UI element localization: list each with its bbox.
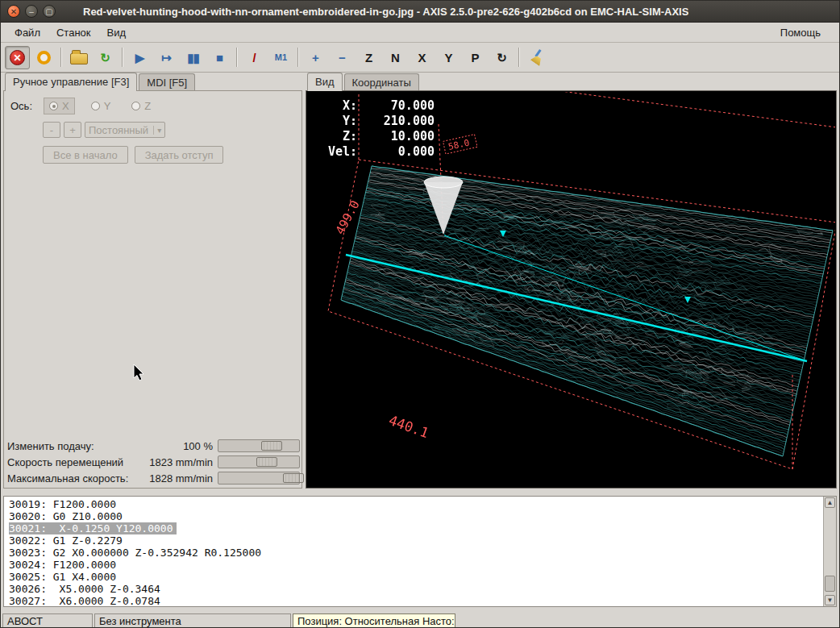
- tab-manual-control[interactable]: Ручное управление [F3]: [5, 73, 137, 91]
- reload-file-icon: ↻: [100, 52, 110, 64]
- open-file-button[interactable]: [66, 46, 91, 69]
- slider-row-1: Скорость перемещений1823 mm/min: [6, 454, 300, 470]
- left-tabs: Ручное управление [F3] MDI [F5]: [3, 73, 302, 91]
- zoom-out-icon: −: [339, 52, 346, 64]
- home-all-button[interactable]: Все в начало: [43, 146, 128, 164]
- toolbar-separator: [60, 48, 62, 67]
- axis-radio-z[interactable]: Z: [127, 98, 156, 114]
- open-file-icon: [70, 53, 88, 64]
- axis-y-label: Y: [104, 100, 111, 112]
- minimize-button[interactable]: –: [25, 5, 38, 18]
- slider[interactable]: [218, 439, 300, 452]
- run-program-icon: ▶: [135, 52, 145, 64]
- gcode-line-text: 30026: X5.0000 Z-0.3464: [9, 583, 164, 595]
- scroll-down-arrow-icon[interactable]: ▼: [825, 595, 835, 605]
- tab-mdi[interactable]: MDI [F5]: [139, 73, 195, 91]
- dro-value: 0.000: [357, 144, 435, 160]
- axis-radio-y[interactable]: Y: [86, 98, 116, 114]
- view-z-rotated-button[interactable]: N: [383, 46, 408, 69]
- view-y-icon: Y: [444, 52, 452, 64]
- dro-value: 10.000: [357, 129, 435, 144]
- clear-plot-button[interactable]: [524, 46, 549, 69]
- menu-item-0[interactable]: Файл: [9, 24, 46, 41]
- toggle-optional-pause-button[interactable]: M1: [268, 46, 293, 69]
- window-buttons: ✕ – ▢: [7, 5, 56, 18]
- tab-dro[interactable]: Координаты: [344, 73, 419, 91]
- gcode-line-text: 30019: F1200.0000: [9, 498, 119, 510]
- slider[interactable]: [218, 455, 300, 468]
- view-y-button[interactable]: Y: [436, 46, 461, 69]
- gcode-lines: 30019: F1200.000030020: G0 Z10.000030021…: [4, 497, 836, 607]
- pause-program-button[interactable]: ▮▮: [181, 46, 206, 69]
- machine-power-button[interactable]: [31, 46, 56, 69]
- manual-controls: Ось: X Y Z: [4, 91, 301, 437]
- position-info: Позиция: Относительная Насто:: [293, 613, 455, 628]
- tab-preview[interactable]: Вид: [307, 73, 343, 91]
- reload-file-button[interactable]: ↻: [93, 46, 118, 69]
- gcode-line[interactable]: 30024: F1200.0000: [9, 559, 820, 571]
- dro-value: 210.000: [357, 114, 435, 129]
- stop-program-icon: ■: [216, 52, 223, 64]
- gcode-line[interactable]: 30019: F1200.0000: [9, 498, 820, 510]
- rotate-view-button[interactable]: ↻: [489, 46, 514, 69]
- stop-program-button[interactable]: ■: [207, 46, 232, 69]
- gcode-line[interactable]: 30022: G1 Z-0.2279: [9, 534, 820, 547]
- machine-state: АВОСТ: [2, 613, 93, 628]
- gcode-line-text: 30027: X6.0000 Z-0.0784: [9, 595, 164, 607]
- gcode-line[interactable]: 30021: X-0.1250 Y120.0000: [9, 522, 820, 534]
- touch-off-button[interactable]: Задать отступ: [135, 146, 224, 164]
- statusbar: АВОСТ Без инструмента Позиция: Относител…: [2, 613, 838, 628]
- gcode-line[interactable]: 30025: G1 X4.0000: [9, 571, 820, 583]
- close-button[interactable]: ✕: [7, 5, 20, 18]
- gcode-line[interactable]: 30027: X6.0000 Z-0.0784: [9, 595, 820, 607]
- view-perspective-icon: P: [471, 52, 479, 64]
- slider-row-0: Изменить подачу:100 %: [6, 438, 300, 454]
- slider-thumb[interactable]: [283, 473, 304, 483]
- chevron-down-icon: ▾: [153, 126, 161, 135]
- slider[interactable]: [218, 472, 300, 485]
- step-program-button[interactable]: ↦: [154, 46, 179, 69]
- menu-item-2[interactable]: Вид: [102, 24, 132, 41]
- gcode-scrollbar[interactable]: ▲ ▼: [823, 497, 836, 606]
- gcode-line-text: 30025: G1 X4.0000: [9, 571, 119, 583]
- jog-mode-value: Постоянный: [89, 124, 148, 136]
- dro-row: Vel:0.000: [318, 144, 435, 160]
- toggle-skip-lines-button[interactable]: /: [242, 46, 267, 69]
- step-program-icon: ↦: [161, 52, 172, 64]
- slider-row-2: Максимальная скорость:1828 mm/min: [6, 470, 300, 486]
- estop-button[interactable]: ✕: [5, 46, 30, 69]
- jog-minus-button[interactable]: -: [43, 122, 60, 138]
- view-z-button[interactable]: Z: [356, 46, 381, 69]
- backplot-preview[interactable]: X:70.000Y:210.000Z:10.000Vel:0.000: [307, 92, 835, 487]
- menu-help[interactable]: Помощь: [775, 24, 826, 41]
- dro-label: Vel:: [318, 144, 357, 160]
- slider-label: Максимальная скорость:: [6, 472, 128, 485]
- run-program-button[interactable]: ▶: [127, 46, 152, 69]
- slider-thumb[interactable]: [261, 441, 282, 451]
- gcode-line[interactable]: 30023: G2 X0.000000 Z-0.352942 R0.125000: [9, 547, 820, 559]
- gcode-line[interactable]: 30020: G0 Z10.0000: [9, 510, 820, 522]
- scrollbar-thumb[interactable]: [825, 576, 835, 592]
- zoom-in-button[interactable]: +: [303, 46, 328, 69]
- zoom-out-button[interactable]: −: [330, 46, 355, 69]
- view-perspective-button[interactable]: P: [463, 46, 488, 69]
- slider-value: 1823 mm/min: [149, 456, 218, 468]
- gcode-line-text: 30021: X-0.1250 Y120.0000: [9, 522, 177, 534]
- view-z-rotated-icon: N: [391, 52, 400, 64]
- jog-plus-button[interactable]: +: [64, 122, 81, 138]
- menu-item-1[interactable]: Станок: [51, 24, 97, 41]
- maximize-button[interactable]: ▢: [43, 5, 56, 18]
- toolbar: ✕↻▶↦▮▮■/M1+−ZNXYP↻: [1, 43, 839, 73]
- machine-power-icon: [37, 51, 51, 64]
- dro: X:70.000Y:210.000Z:10.000Vel:0.000: [318, 98, 435, 160]
- jog-mode-select[interactable]: Постоянный ▾: [85, 122, 165, 138]
- view-x-icon: X: [418, 52, 426, 64]
- gcode-line[interactable]: 30026: X5.0000 Z-0.3464: [9, 583, 820, 595]
- axis-radio-x[interactable]: X: [44, 98, 75, 114]
- slider-thumb[interactable]: [256, 457, 277, 467]
- scroll-up-arrow-icon[interactable]: ▲: [825, 497, 835, 508]
- toggle-skip-lines-icon: /: [252, 52, 256, 64]
- preview-tabs: Вид Координаты: [306, 73, 837, 91]
- view-x-button[interactable]: X: [410, 46, 435, 69]
- toggle-optional-pause-icon: M1: [275, 53, 287, 62]
